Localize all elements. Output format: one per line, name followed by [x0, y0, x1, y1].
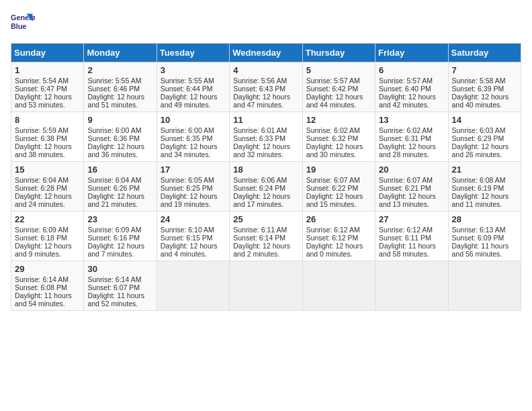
- calendar-cell: 8Sunrise: 5:59 AMSunset: 6:38 PMDaylight…: [11, 112, 84, 162]
- calendar-week-5: 29Sunrise: 6:14 AMSunset: 6:08 PMDayligh…: [11, 261, 521, 311]
- sunrise: Sunrise: 6:02 AM: [306, 126, 360, 134]
- daylight: Daylight: 12 hours and 2 minutes.: [233, 242, 290, 258]
- daylight: Daylight: 12 hours and 47 minutes.: [233, 93, 290, 109]
- sunrise: Sunrise: 6:03 AM: [452, 126, 506, 134]
- sunset: Sunset: 6:18 PM: [15, 234, 67, 242]
- sunset: Sunset: 6:39 PM: [452, 85, 504, 93]
- day-number: 7: [452, 65, 517, 75]
- sunset: Sunset: 6:26 PM: [87, 184, 140, 192]
- day-number: 20: [379, 165, 444, 175]
- calendar-cell: 1Sunrise: 5:54 AMSunset: 6:47 PMDaylight…: [11, 62, 84, 112]
- daylight: Daylight: 12 hours and 28 minutes.: [379, 142, 436, 158]
- day-number: 15: [15, 165, 80, 175]
- daylight: Daylight: 11 hours and 58 minutes.: [379, 242, 436, 258]
- sunrise: Sunrise: 6:09 AM: [87, 226, 141, 234]
- calendar-cell: 14Sunrise: 6:03 AMSunset: 6:29 PMDayligh…: [448, 112, 521, 162]
- sunset: Sunset: 6:19 PM: [452, 184, 504, 192]
- sunset: Sunset: 6:35 PM: [161, 134, 213, 142]
- day-number: 6: [379, 65, 444, 75]
- calendar-cell: 6Sunrise: 5:57 AMSunset: 6:40 PMDaylight…: [375, 62, 448, 112]
- sunset: Sunset: 6:33 PM: [233, 134, 285, 142]
- day-number: 28: [452, 214, 517, 224]
- sunset: Sunset: 6:25 PM: [161, 184, 213, 192]
- calendar-cell: 26Sunrise: 6:12 AMSunset: 6:12 PMDayligh…: [302, 212, 375, 261]
- sunrise: Sunrise: 6:04 AM: [15, 176, 69, 184]
- calendar-body: 1Sunrise: 5:54 AMSunset: 6:47 PMDaylight…: [11, 62, 521, 311]
- day-number: 9: [87, 115, 152, 125]
- sunset: Sunset: 6:38 PM: [15, 134, 67, 142]
- sunset: Sunset: 6:07 PM: [87, 283, 140, 291]
- sunset: Sunset: 6:29 PM: [452, 134, 504, 142]
- daylight: Daylight: 12 hours and 40 minutes.: [452, 93, 509, 109]
- calendar-cell: 28Sunrise: 6:13 AMSunset: 6:09 PMDayligh…: [448, 212, 521, 261]
- day-number: 21: [452, 165, 517, 175]
- day-number: 18: [233, 165, 298, 175]
- day-number: 1: [15, 65, 80, 75]
- sunrise: Sunrise: 6:00 AM: [161, 126, 214, 134]
- sunrise: Sunrise: 6:11 AM: [233, 226, 287, 234]
- sunrise: Sunrise: 5:56 AM: [233, 77, 287, 85]
- sunrise: Sunrise: 6:14 AM: [15, 275, 69, 283]
- calendar-cell: 25Sunrise: 6:11 AMSunset: 6:14 PMDayligh…: [230, 212, 302, 261]
- sunrise: Sunrise: 6:06 AM: [233, 176, 287, 184]
- sunset: Sunset: 6:15 PM: [161, 234, 213, 242]
- day-number: 26: [306, 214, 371, 224]
- sunset: Sunset: 6:24 PM: [233, 184, 285, 192]
- daylight: Daylight: 12 hours and 34 minutes.: [161, 142, 218, 158]
- day-number: 29: [15, 264, 80, 274]
- day-number: 5: [306, 65, 371, 75]
- daylight: Daylight: 12 hours and 15 minutes.: [306, 192, 363, 208]
- calendar-cell: 2Sunrise: 5:55 AMSunset: 6:46 PMDaylight…: [84, 62, 157, 112]
- sunset: Sunset: 6:09 PM: [452, 234, 504, 242]
- calendar-cell: 19Sunrise: 6:07 AMSunset: 6:22 PMDayligh…: [302, 162, 375, 212]
- daylight: Daylight: 12 hours and 38 minutes.: [15, 142, 72, 158]
- daylight: Daylight: 12 hours and 4 minutes.: [161, 242, 218, 258]
- calendar-cell: 11Sunrise: 6:01 AMSunset: 6:33 PMDayligh…: [230, 112, 302, 162]
- daylight: Daylight: 12 hours and 26 minutes.: [452, 142, 509, 158]
- sunset: Sunset: 6:44 PM: [161, 85, 213, 93]
- daylight: Daylight: 12 hours and 51 minutes.: [87, 93, 144, 109]
- calendar-cell: 27Sunrise: 6:12 AMSunset: 6:11 PMDayligh…: [375, 212, 448, 261]
- sunset: Sunset: 6:08 PM: [15, 283, 67, 291]
- sunrise: Sunrise: 5:55 AM: [87, 77, 141, 85]
- sunrise: Sunrise: 6:13 AM: [452, 226, 506, 234]
- sunrise: Sunrise: 6:09 AM: [15, 226, 69, 234]
- sunrise: Sunrise: 5:54 AM: [15, 77, 69, 85]
- daylight: Daylight: 12 hours and 24 minutes.: [15, 192, 72, 208]
- calendar-cell: 5Sunrise: 5:57 AMSunset: 6:42 PMDaylight…: [302, 62, 375, 112]
- daylight: Daylight: 12 hours and 42 minutes.: [379, 93, 436, 109]
- day-number: 25: [233, 214, 298, 224]
- sunset: Sunset: 6:21 PM: [379, 184, 431, 192]
- calendar-header: SundayMondayTuesdayWednesdayThursdayFrid…: [11, 44, 521, 62]
- sunrise: Sunrise: 6:04 AM: [87, 176, 141, 184]
- sunset: Sunset: 6:42 PM: [306, 85, 359, 93]
- calendar-cell: 9Sunrise: 6:00 AMSunset: 6:36 PMDaylight…: [84, 112, 157, 162]
- sunset: Sunset: 6:16 PM: [87, 234, 140, 242]
- header-cell-friday: Friday: [375, 44, 448, 62]
- daylight: Daylight: 12 hours and 36 minutes.: [87, 142, 144, 158]
- sunrise: Sunrise: 5:55 AM: [161, 77, 214, 85]
- day-number: 13: [379, 115, 444, 125]
- sunset: Sunset: 6:12 PM: [306, 234, 359, 242]
- daylight: Daylight: 12 hours and 0 minutes.: [306, 242, 363, 258]
- sunset: Sunset: 6:32 PM: [306, 134, 359, 142]
- daylight: Daylight: 12 hours and 21 minutes.: [87, 192, 144, 208]
- daylight: Daylight: 11 hours and 52 minutes.: [87, 291, 144, 308]
- header-cell-sunday: Sunday: [11, 44, 84, 62]
- page-header: General Blue: [11, 11, 521, 35]
- day-number: 10: [161, 115, 226, 125]
- sunrise: Sunrise: 6:14 AM: [87, 275, 141, 283]
- day-number: 14: [452, 115, 517, 125]
- daylight: Daylight: 12 hours and 19 minutes.: [161, 192, 218, 208]
- calendar-cell: [448, 261, 521, 311]
- daylight: Daylight: 12 hours and 53 minutes.: [15, 93, 72, 109]
- header-cell-wednesday: Wednesday: [230, 44, 302, 62]
- day-number: 2: [87, 65, 152, 75]
- calendar-cell: 4Sunrise: 5:56 AMSunset: 6:43 PMDaylight…: [230, 62, 302, 112]
- day-number: 19: [306, 165, 371, 175]
- calendar-cell: 20Sunrise: 6:07 AMSunset: 6:21 PMDayligh…: [375, 162, 448, 212]
- day-number: 16: [87, 165, 152, 175]
- sunset: Sunset: 6:40 PM: [379, 85, 431, 93]
- sunrise: Sunrise: 5:57 AM: [306, 77, 360, 85]
- sunset: Sunset: 6:31 PM: [379, 134, 431, 142]
